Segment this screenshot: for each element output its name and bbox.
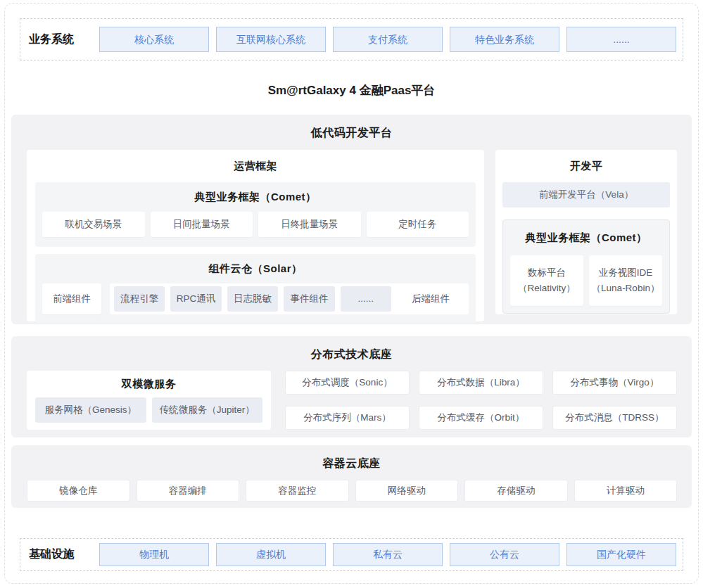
dev-comet-title: 典型业务框架（Comet） [510, 226, 662, 250]
distributed-body: 双模微服务 服务网格（Genesis） 传统微服务（Jupiter） 分布式调度… [11, 362, 692, 430]
dev-comet-chip-row: 数标平台 （Relativity） 业务视图IDE （Luna-Robin） [510, 255, 662, 306]
business-systems-label: 业务系统 [20, 32, 99, 47]
dual-mode-title: 双模微服务 [35, 371, 262, 397]
lowcode-platform-panel: 低代码开发平台 运营框架 典型业务框架（Comet） 联机交易场景 日间批量场景… [11, 115, 692, 324]
infrastructure-band: 基础设施 物理机 虚拟机 私有云 公有云 国产化硬件 [20, 538, 683, 571]
infrastructure-label: 基础设施 [20, 547, 99, 562]
chip-traditional-microservice-jupiter: 传统微服务（Jupiter） [152, 397, 263, 423]
chip-virtual-machine: 虚拟机 [216, 543, 326, 566]
chip-log-masking: 日志脱敏 [227, 286, 278, 312]
chip-network-driver: 网络驱动 [355, 480, 459, 501]
chip-backend-component: 后端组件 [397, 293, 464, 305]
solar-backend-strip: 流程引擎 RPC通讯 日志脱敏 事件组件 ...... 后端组件 [110, 283, 469, 314]
architecture-diagram-page: 业务系统 核心系统 互联网核心系统 支付系统 特色业务系统 ...... Sm@… [0, 0, 703, 588]
distributed-base-panel: 分布式技术底座 双模微服务 服务网格（Genesis） 传统微服务（Jupite… [11, 336, 692, 437]
dev-platform-card: 开发平 前端开发平台（Vela） 典型业务框架（Comet） 数标平台 （Rel… [495, 150, 677, 314]
chip-event-component: 事件组件 [284, 286, 334, 312]
chip-daytime-batch: 日间批量场景 [151, 212, 253, 237]
chip-business-view-ide-line2: （Luna-Robin） [592, 281, 660, 296]
comet-framework-subcard: 典型业务框架（Comet） 联机交易场景 日间批量场景 日终批量场景 定时任务 [35, 182, 476, 247]
solar-warehouse-title: 组件云仓（Solar） [42, 258, 469, 279]
chip-business-view-ide-line1: 业务视图IDE [599, 265, 653, 281]
lowcode-body: 运营框架 典型业务框架（Comet） 联机交易场景 日间批量场景 日终批量场景 … [11, 141, 692, 321]
chip-distributed-sequence-mars: 分布式序列（Mars） [285, 406, 410, 430]
chip-frontend-dev-platform-vela: 前端开发平台（Vela） [502, 182, 670, 207]
chip-metrics-platform-relativity: 数标平台 （Relativity） [510, 255, 583, 306]
chip-domestic-hardware: 国产化硬件 [566, 543, 676, 566]
chip-distributed-message-tdrss: 分布式消息（TDRSS） [552, 406, 677, 430]
distributed-services-grid: 分布式调度（Sonic） 分布式数据（Libra） 分布式事物（Virgo） 分… [285, 371, 677, 430]
chip-container-orchestration: 容器编排 [137, 480, 240, 501]
lowcode-platform-title: 低代码开发平台 [11, 115, 692, 141]
dev-platform-title: 开发平 [502, 150, 670, 182]
chip-storage-driver: 存储驱动 [464, 480, 568, 501]
operation-framework-card: 运营框架 典型业务框架（Comet） 联机交易场景 日间批量场景 日终批量场景 … [27, 150, 484, 321]
chip-special-business-system: 特色业务系统 [450, 27, 559, 52]
container-base-panel: 容器云底座 镜像仓库 容器编排 容器监控 网络驱动 存储驱动 计算驱动 [11, 445, 692, 508]
container-chip-row: 镜像仓库 容器编排 容器监控 网络驱动 存储驱动 计算驱动 [11, 471, 692, 501]
chip-payment-system: 支付系统 [333, 27, 443, 52]
solar-warehouse-subcard: 组件云仓（Solar） 前端组件 流程引擎 RPC通讯 日志脱敏 事件组件 ..… [35, 254, 476, 323]
dev-comet-subcard: 典型业务框架（Comet） 数标平台 （Relativity） 业务视图IDE … [502, 219, 670, 314]
solar-chip-row: 前端组件 流程引擎 RPC通讯 日志脱敏 事件组件 ...... 后端组件 [42, 283, 469, 314]
distributed-base-title: 分布式技术底座 [11, 336, 692, 362]
chip-business-view-ide-luna-robin: 业务视图IDE （Luna-Robin） [589, 255, 662, 306]
chip-process-engine: 流程引擎 [114, 286, 165, 312]
chip-internet-core-system: 互联网核心系统 [216, 27, 326, 52]
chip-rpc-communication: RPC通讯 [170, 286, 221, 312]
dual-mode-chip-row: 服务网格（Genesis） 传统微服务（Jupiter） [35, 397, 262, 423]
chip-core-system: 核心系统 [99, 27, 209, 52]
chip-distributed-transaction-virgo: 分布式事物（Virgo） [552, 371, 677, 395]
chip-public-cloud: 公有云 [450, 543, 559, 566]
chip-endofday-batch: 日终批量场景 [258, 212, 361, 237]
chip-compute-driver: 计算驱动 [574, 480, 678, 501]
chip-private-cloud: 私有云 [333, 543, 443, 566]
business-systems-chips: 核心系统 互联网核心系统 支付系统 特色业务系统 ...... [99, 27, 676, 52]
chip-service-mesh-genesis: 服务网格（Genesis） [35, 397, 146, 423]
container-base-title: 容器云底座 [11, 445, 692, 471]
chip-frontend-component: 前端组件 [42, 283, 101, 314]
platform-title: Sm@rtGalaxy 4 金融Paas平台 [0, 82, 703, 98]
chip-more-components: ...... [341, 286, 391, 312]
infrastructure-chips: 物理机 虚拟机 私有云 公有云 国产化硬件 [99, 543, 676, 566]
chip-more-systems: ...... [566, 27, 676, 52]
dual-mode-microservice-card: 双模微服务 服务网格（Genesis） 传统微服务（Jupiter） [27, 371, 271, 430]
comet-chip-row: 联机交易场景 日间批量场景 日终批量场景 定时任务 [42, 212, 469, 237]
business-systems-band: 业务系统 核心系统 互联网核心系统 支付系统 特色业务系统 ...... [20, 18, 683, 60]
chip-distributed-data-libra: 分布式数据（Libra） [419, 371, 543, 395]
chip-physical-machine: 物理机 [99, 543, 209, 566]
chip-online-transaction: 联机交易场景 [42, 212, 145, 237]
chip-distributed-cache-orbit: 分布式缓存（Orbit） [419, 406, 543, 430]
chip-metrics-platform-line2: （Relativity） [518, 281, 576, 296]
chip-metrics-platform-line1: 数标平台 [528, 265, 566, 281]
operation-framework-title: 运营框架 [35, 150, 476, 182]
chip-image-registry: 镜像仓库 [27, 480, 130, 501]
chip-distributed-scheduling-sonic: 分布式调度（Sonic） [285, 371, 410, 395]
chip-scheduled-task: 定时任务 [367, 212, 469, 237]
comet-framework-title: 典型业务框架（Comet） [42, 186, 469, 207]
chip-container-monitoring: 容器监控 [246, 480, 349, 501]
